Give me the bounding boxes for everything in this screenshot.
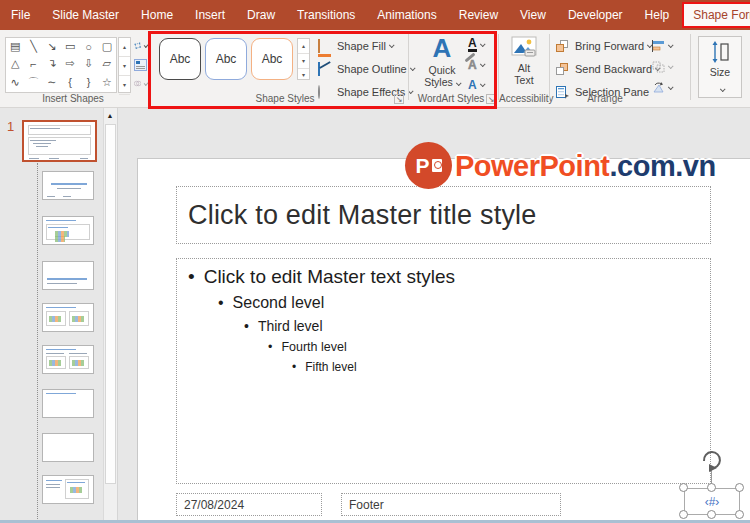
tab-file[interactable]: File <box>0 0 41 30</box>
tab-help[interactable]: Help <box>634 0 681 30</box>
date-placeholder[interactable]: 27/08/2024 <box>176 493 322 516</box>
scribble-shape-icon[interactable]: ∿ <box>6 73 24 92</box>
tab-insert[interactable]: Insert <box>184 0 236 30</box>
master-slide-thumbnail-selected[interactable] <box>22 120 97 162</box>
tab-shape-format-highlighted[interactable]: Shape Format <box>682 2 750 28</box>
styles-scroll-down-icon[interactable]: ▾ <box>298 54 309 69</box>
corner-shape-icon[interactable]: ▱ <box>98 55 116 72</box>
shape-outline-icon <box>318 63 332 76</box>
text-effects-button[interactable]: A <box>468 76 484 94</box>
align-objects-button[interactable] <box>652 37 672 55</box>
tab-slide-master[interactable]: Slide Master <box>41 0 130 30</box>
line-arrow-shape-icon[interactable]: ↘ <box>43 38 61 55</box>
selection-pane-icon <box>556 86 570 99</box>
line-shape-icon[interactable]: ╲ <box>24 38 42 55</box>
selection-handle[interactable] <box>679 483 688 492</box>
text-outline-button[interactable]: A <box>468 56 484 74</box>
insert-shapes-group-label: Insert Shapes <box>18 93 128 104</box>
selection-handle[interactable] <box>679 510 688 519</box>
text-fill-button[interactable]: A <box>468 36 484 54</box>
selection-handle[interactable] <box>735 483 744 492</box>
layout-thumbnail-blank[interactable] <box>42 433 94 462</box>
shape-styles-group-label: Shape Styles <box>230 93 340 104</box>
shape-styles-scrollbar[interactable]: ▴ ▾ ▾ <box>297 38 310 80</box>
elbow-arrow-connector-icon[interactable]: ↴ <box>43 55 61 72</box>
oval-shape-icon[interactable]: ○ <box>79 38 97 55</box>
shape-style-preview-2[interactable]: Abc <box>205 38 247 80</box>
slide-canvas[interactable]: Click to edit Master title style •Click … <box>137 158 750 521</box>
selection-handle[interactable] <box>735 510 744 519</box>
tab-draw[interactable]: Draw <box>236 0 286 30</box>
down-arrow-shape-icon[interactable]: ⇩ <box>79 55 97 72</box>
quick-styles-button[interactable]: A Quick Styles <box>418 35 466 88</box>
layout-thumbnail-title-content[interactable] <box>42 216 94 245</box>
styles-scroll-up-icon[interactable]: ▴ <box>298 39 309 54</box>
alt-text-icon <box>511 36 537 58</box>
rotate-objects-button[interactable] <box>652 79 672 97</box>
gallery-scroll-down-icon[interactable]: ▾ <box>119 57 130 76</box>
thumbnail-scrollbar-thumb[interactable] <box>105 124 116 484</box>
gallery-scroll-up-icon[interactable]: ▴ <box>119 38 130 57</box>
edit-shape-button[interactable] <box>134 36 147 55</box>
shape-style-preview-3[interactable]: Abc <box>251 38 293 80</box>
text-box-button[interactable] <box>134 55 147 74</box>
group-icon <box>652 61 665 73</box>
right-arrow-shape-icon[interactable]: ⇨ <box>61 55 79 72</box>
size-icon <box>710 41 730 63</box>
arrange-group-label: Arrange <box>575 93 635 104</box>
footer-placeholder[interactable]: Footer <box>341 493 561 516</box>
shape-gallery-scrollbar[interactable]: ▴ ▾ ▾ <box>118 37 131 93</box>
body-level-4: •Fourth level <box>268 340 710 354</box>
alt-text-button[interactable]: Alt Text <box>503 36 545 86</box>
watermark-brand-text: PowerPoint.com.vn <box>455 150 716 183</box>
edit-shape-icon <box>134 40 141 52</box>
styles-more-icon[interactable]: ▾ <box>298 69 309 82</box>
rotate-handle-icon[interactable] <box>697 448 725 474</box>
title-placeholder[interactable]: Click to edit Master title style <box>176 186 711 244</box>
merge-shapes-button[interactable] <box>134 74 147 93</box>
shape-gallery[interactable]: ▤ ╲ ↘ ▭ ○ ▢ △ ⌐ ↴ ⇨ ⇩ ▱ ∿ ⌒ ∼ { } ☆ <box>5 37 117 93</box>
layout-thumbnail-two-content[interactable] <box>42 303 94 332</box>
curve-shape-icon[interactable]: ∼ <box>43 73 61 92</box>
right-brace-shape-icon[interactable]: } <box>79 73 97 92</box>
text-box-shape-icon[interactable]: ▤ <box>6 38 24 55</box>
wordart-styles-dialog-launcher-icon[interactable]: ↘ <box>486 94 496 104</box>
layout-thumbnail-title-slide[interactable] <box>42 171 94 200</box>
text-fill-icon: A <box>468 38 477 52</box>
triangle-shape-icon[interactable]: △ <box>6 55 24 72</box>
tab-review[interactable]: Review <box>448 0 509 30</box>
tab-animations[interactable]: Animations <box>366 0 447 30</box>
layout-thumbnail-title-only[interactable] <box>42 389 94 418</box>
left-brace-shape-icon[interactable]: { <box>61 73 79 92</box>
tab-home[interactable]: Home <box>130 0 184 30</box>
merge-shapes-icon <box>134 78 141 89</box>
shape-style-preview-1[interactable]: Abc <box>159 38 201 80</box>
rounded-rectangle-shape-icon[interactable]: ▢ <box>98 38 116 55</box>
elbow-connector-icon[interactable]: ⌐ <box>24 55 42 72</box>
tab-developer[interactable]: Developer <box>557 0 634 30</box>
selection-handle[interactable] <box>707 510 716 519</box>
tab-transitions[interactable]: Transitions <box>286 0 366 30</box>
layout-thumbnail-comparison[interactable] <box>42 345 94 374</box>
text-outline-icon: A <box>468 60 477 71</box>
ribbon: ▤ ╲ ↘ ▭ ○ ▢ △ ⌐ ↴ ⇨ ⇩ ▱ ∿ ⌒ ∼ { } ☆ ▴ ▾ … <box>0 30 750 108</box>
scroll-up-arrow-icon[interactable]: ▲ <box>104 110 116 122</box>
star-shape-icon[interactable]: ☆ <box>98 73 116 92</box>
shape-fill-button[interactable]: Shape Fill <box>318 37 393 55</box>
rectangle-shape-icon[interactable]: ▭ <box>61 38 79 55</box>
body-level-3: •Third level <box>244 318 710 334</box>
layout-thumbnail-content-caption[interactable] <box>42 475 94 504</box>
text-box-icon <box>134 59 147 71</box>
arc-shape-icon[interactable]: ⌒ <box>24 73 42 92</box>
bring-forward-button[interactable]: Bring Forward <box>556 37 651 55</box>
send-backward-button[interactable]: Send Backward <box>556 60 659 78</box>
size-button[interactable]: Size <box>698 36 742 98</box>
layout-thumbnail-section-header[interactable] <box>42 261 94 290</box>
shape-styles-dialog-launcher-icon[interactable]: ↘ <box>394 94 404 104</box>
body-placeholder[interactable]: •Click to edit Master text styles •Secon… <box>176 258 711 484</box>
shape-outline-button[interactable]: Shape Outline <box>318 60 414 78</box>
group-objects-button[interactable] <box>652 58 672 76</box>
tab-view[interactable]: View <box>509 0 557 30</box>
rotate-objects-icon <box>652 82 665 94</box>
selection-handle[interactable] <box>707 483 716 492</box>
